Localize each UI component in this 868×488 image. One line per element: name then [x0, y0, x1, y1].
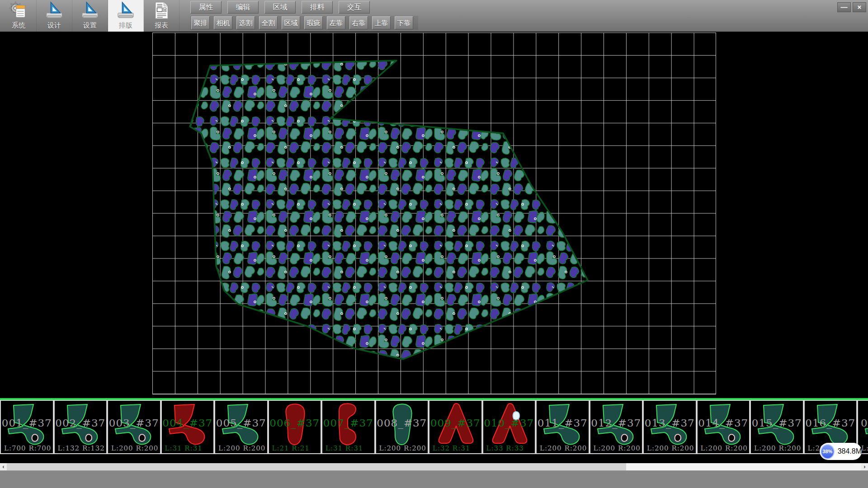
part-lr-count: L:132 R:132 — [58, 444, 105, 452]
part-thumbnail[interactable]: 001_#37L:700 R:700 — [0, 400, 54, 454]
tool-button[interactable]: 聚排 — [191, 16, 210, 29]
tool-button[interactable]: 下靠 — [395, 16, 413, 29]
toolbar-button-label: 系统 — [12, 21, 25, 30]
part-lr-count: L:200 R:200 — [701, 444, 748, 452]
part-lr-count: L:32 R:31 — [433, 444, 470, 452]
nesting-canvas[interactable] — [152, 33, 716, 394]
part-lr-count: L:200 R:200 — [594, 444, 641, 452]
tool-bar: 聚排相机选割全割区域瑕疵左靠右靠上靠下靠 — [190, 16, 418, 30]
part-name: 008_#37 — [376, 417, 428, 429]
toolbar-button-nesting[interactable]: 排版 — [108, 0, 144, 32]
part-thumbnail[interactable]: 011_#37L:200 R:200 — [536, 400, 590, 454]
part-thumbnail[interactable]: 010_#37L:33 R:33 — [482, 400, 536, 454]
part-name: 001_#37 — [1, 417, 53, 429]
tool-button[interactable]: 选割 — [236, 16, 255, 29]
design-icon — [45, 1, 64, 20]
part-thumbnail[interactable]: 008_#37L:200 R:200 — [375, 400, 429, 454]
part-name: 002_#37 — [55, 417, 107, 429]
part-thumbnail[interactable]: 003_#37L:200 R:200 — [107, 400, 161, 454]
part-name: 015_#37 — [751, 417, 803, 429]
status-bar — [0, 470, 868, 488]
parts-strip: 001_#37L:700 R:700002_#37L:132 R:132003_… — [0, 400, 868, 454]
part-lr-count: L:700 R:700 — [4, 444, 51, 452]
part-name: 009_#37 — [429, 417, 481, 429]
scroll-right-arrow[interactable]: › — [861, 463, 868, 470]
tool-button[interactable]: 瑕疵 — [304, 16, 323, 29]
menu-item[interactable]: 交互 — [339, 1, 370, 14]
tool-button[interactable]: 上靠 — [372, 16, 391, 29]
part-lr-count: L:200 R:200 — [379, 444, 426, 452]
window-controls: — × — [835, 2, 866, 12]
memory-badge: 38% 384.8M — [820, 443, 862, 460]
part-name: 004_#37 — [162, 417, 214, 429]
scrollbar-thumb[interactable] — [7, 463, 626, 470]
toolbar-button-label: 设置 — [83, 21, 97, 30]
part-name: 013_#37 — [644, 417, 696, 429]
part-lr-count: L:31 R:31 — [165, 444, 203, 452]
part-thumbnail[interactable]: 009_#37L:32 R:31 — [429, 400, 482, 454]
part-lr-count: L: — [861, 444, 868, 452]
part-lr-count: L:200 R:200 — [111, 444, 158, 452]
part-thumbnail[interactable]: 004_#37L:31 R:31 — [161, 400, 215, 454]
toolbar-button-report[interactable]: 报表 — [144, 0, 179, 32]
part-name: 016_#37 — [805, 417, 857, 429]
part-thumbnail[interactable]: 005_#37L:200 R:200 — [214, 400, 268, 454]
tool-button[interactable]: 全割 — [259, 16, 278, 29]
part-thumbnail[interactable]: 015_#37L:200 R:200 — [750, 400, 804, 454]
memory-value: 384.8M — [838, 447, 862, 455]
part-thumbnail[interactable]: 012_#37L:200 R:200 — [590, 400, 643, 454]
main-toolbar: 系统设计设置排版报表 属性编辑区域排料交互 聚排相机选割全割区域瑕疵左靠右靠上靠… — [0, 0, 868, 32]
tool-button[interactable]: 区域 — [282, 16, 300, 29]
menu-bar: 属性编辑区域排料交互 — [190, 1, 376, 14]
settings-icon — [80, 1, 99, 20]
nesting-icon — [116, 1, 135, 20]
close-button[interactable]: × — [853, 2, 866, 12]
part-thumbnail[interactable]: 007_#37L:31 R:31 — [321, 400, 375, 454]
part-name: 006_#37 — [269, 417, 321, 429]
part-thumbnail[interactable]: 014_#37L:200 R:200 — [697, 400, 750, 454]
tool-button[interactable]: 相机 — [214, 16, 232, 29]
part-name: 0 — [858, 417, 868, 429]
app-window: 系统设计设置排版报表 属性编辑区域排料交互 聚排相机选割全割区域瑕疵左靠右靠上靠… — [0, 0, 868, 488]
toolbar-button-system[interactable]: 系统 — [1, 0, 37, 32]
system-icon — [9, 1, 28, 20]
toolbar-button-label: 设计 — [47, 21, 61, 30]
part-name: 012_#37 — [590, 417, 642, 429]
part-name: 005_#37 — [215, 417, 267, 429]
part-lr-count: L:200 R:200 — [647, 444, 694, 452]
part-lr-count: L:21 R:21 — [272, 444, 310, 452]
progress-circle: 38% — [821, 444, 835, 459]
toolbar-button-settings[interactable]: 设置 — [72, 0, 108, 32]
part-name: 007_#37 — [322, 417, 374, 429]
tool-button[interactable]: 右靠 — [349, 16, 368, 29]
part-lr-count: L:200 R:200 — [218, 444, 265, 452]
menu-item[interactable]: 排料 — [302, 1, 333, 14]
part-name: 014_#37 — [698, 417, 750, 429]
toolbar-button-design[interactable]: 设计 — [37, 0, 72, 32]
part-thumbnail[interactable]: 006_#37L:21 R:21 — [268, 400, 322, 454]
part-lr-count: L:200 R:200 — [540, 444, 587, 452]
horizontal-scrollbar[interactable]: ‹ › — [0, 463, 868, 470]
toolbar-button-label: 报表 — [155, 21, 168, 30]
toolbar-main-buttons: 系统设计设置排版报表 — [1, 0, 179, 32]
part-name: 011_#37 — [537, 417, 589, 429]
minimize-button[interactable]: — — [837, 2, 851, 12]
part-thumbnail[interactable]: 013_#37L:200 R:200 — [643, 400, 697, 454]
part-lr-count: L:200 R:200 — [754, 444, 801, 452]
menu-item[interactable]: 编辑 — [227, 1, 259, 14]
part-lr-count: L:33 R:33 — [486, 444, 524, 452]
report-icon — [152, 1, 171, 20]
toolbar-button-label: 排版 — [119, 21, 132, 30]
menu-item[interactable]: 属性 — [190, 1, 222, 14]
part-name: 010_#37 — [483, 417, 535, 429]
part-lr-count: L:31 R:31 — [326, 444, 363, 452]
part-thumbnail[interactable]: 002_#37L:132 R:132 — [54, 400, 108, 454]
menu-item[interactable]: 区域 — [264, 1, 296, 14]
tool-button[interactable]: 左靠 — [327, 16, 345, 29]
part-name: 003_#37 — [108, 417, 160, 429]
scroll-left-arrow[interactable]: ‹ — [0, 463, 7, 470]
